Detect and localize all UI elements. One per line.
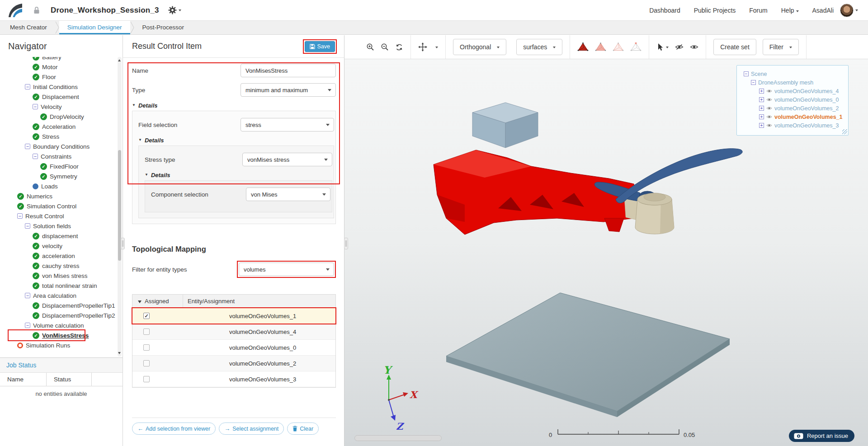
filter-dropdown[interactable]: Filter	[763, 39, 799, 55]
clear-button[interactable]: Clear	[287, 423, 319, 435]
tree-item-result-control[interactable]: −Result Control	[0, 211, 117, 221]
nav-link-forum[interactable]: Forum	[749, 7, 767, 14]
select-cursor-icon[interactable]	[656, 43, 663, 51]
nav-link-dashboard[interactable]: Dashboard	[649, 7, 680, 14]
scroll-down-icon[interactable]	[118, 352, 121, 356]
field-selection-select[interactable]: stress	[241, 118, 334, 131]
tab-mesh-creator[interactable]: Mesh Creator	[2, 21, 55, 34]
chevron-down-icon[interactable]	[855, 9, 858, 13]
battery-box[interactable]	[472, 103, 538, 148]
tree-item-velocity[interactable]: ✓velocity	[0, 241, 117, 251]
tree-item-battery[interactable]: ✓Battery	[0, 57, 117, 62]
stress-type-select[interactable]: vonMises stress	[242, 153, 332, 166]
details-toggle[interactable]: ▼ Details	[145, 172, 332, 178]
assigned-checkbox[interactable]: ✓	[143, 313, 150, 319]
user-menu[interactable]: AsadAli	[812, 7, 834, 14]
tree-item-displacement[interactable]: ✓displacement	[0, 231, 117, 241]
eye-icon[interactable]	[766, 98, 772, 102]
tree-item-numerics[interactable]: ✓Numerics	[0, 191, 117, 201]
eye-icon[interactable]	[766, 89, 772, 93]
save-button[interactable]: Save	[305, 41, 335, 52]
add-selection-from-viewer-button[interactable]: ←Add selection from viewer	[132, 423, 216, 435]
simscale-logo[interactable]	[7, 2, 24, 19]
assigned-checkbox[interactable]	[143, 376, 150, 382]
floor-plate[interactable]	[446, 293, 730, 417]
scene-volume-volumeongeovolumes-3[interactable]: +volumeOnGeoVolumes_3	[744, 121, 844, 130]
mesh-quality-light-icon[interactable]	[613, 42, 624, 52]
tree-item-initial-conditions[interactable]: −Initial Conditions	[0, 82, 117, 92]
collapse-icon[interactable]: −	[25, 84, 30, 89]
assigned-checkbox[interactable]	[143, 344, 150, 351]
collapse-icon[interactable]: −	[744, 71, 749, 76]
tree-item-displacement[interactable]: ✓Displacement	[0, 92, 117, 102]
tree-item-loads[interactable]: Loads	[0, 181, 117, 191]
navigator-resize-grip[interactable]	[121, 238, 125, 249]
tree-item-total-nonlinear-strain[interactable]: ✓total nonlinear strain	[0, 281, 117, 291]
tree-item-von-mises-stress[interactable]: ✓von Mises stress	[0, 271, 117, 281]
eye-icon[interactable]	[766, 115, 772, 119]
collapse-icon[interactable]: −	[25, 293, 30, 298]
tree-item-vonmisesstress[interactable]: ✓VonMisesStress	[0, 330, 117, 340]
pan-move-icon[interactable]	[418, 42, 427, 52]
tm-row-volumeongeovolumes-2[interactable]: volumeOnGeoVolumes_2	[132, 356, 335, 371]
tree-item-displacementpropellertip1[interactable]: ✓DisplacementPropellerTip1	[0, 300, 117, 310]
render-mode-dropdown[interactable]: surfaces	[516, 39, 562, 55]
assigned-column-header[interactable]: Assigned	[132, 295, 183, 308]
tree-item-acceleration[interactable]: ✓Acceleration	[0, 122, 117, 131]
tree-item-displacementpropellertip2[interactable]: ✓DisplacementPropellerTip2	[0, 310, 117, 320]
expand-icon[interactable]: +	[759, 114, 764, 119]
projection-dropdown[interactable]: Orthogonal	[453, 39, 506, 55]
chevron-down-icon[interactable]	[435, 47, 438, 50]
tree-item-stress[interactable]: ✓Stress	[0, 131, 117, 141]
panel-resize-grip[interactable]	[344, 238, 348, 249]
collapse-icon[interactable]: −	[25, 223, 30, 229]
mesh-quality-medium-icon[interactable]	[595, 42, 606, 52]
tree-item-simulation-control[interactable]: ✓Simulation Control	[0, 201, 117, 211]
tree-item-acceleration[interactable]: ✓acceleration	[0, 251, 117, 261]
scene-volume-volumeongeovolumes-1[interactable]: +volumeOnGeoVolumes_1	[744, 113, 844, 121]
motor-cylinder[interactable]	[635, 193, 674, 234]
chevron-down-icon[interactable]	[179, 9, 181, 13]
expand-icon[interactable]: +	[759, 97, 764, 102]
mesh-quality-solid-icon[interactable]	[577, 42, 589, 52]
collapse-icon[interactable]: −	[33, 104, 38, 109]
avatar[interactable]	[840, 4, 854, 17]
expand-icon[interactable]: +	[759, 89, 764, 94]
details-toggle[interactable]: ▼ Details	[132, 102, 336, 109]
type-select[interactable]: minimum and maximum	[241, 83, 336, 97]
tree-item-floor[interactable]: ✓Floor	[0, 72, 117, 82]
zoom-in-icon[interactable]	[366, 43, 374, 51]
hide-icon[interactable]	[675, 44, 684, 50]
tree-item-constraints[interactable]: −Constraints	[0, 151, 117, 161]
tm-row-volumeongeovolumes-0[interactable]: volumeOnGeoVolumes_0	[132, 340, 335, 356]
viewer-3d[interactable]: Orthogonal surfaces	[344, 35, 868, 446]
tree-item-cauchy-stress[interactable]: ✓cauchy stress	[0, 261, 117, 271]
mesh-quality-wireframe-icon[interactable]	[630, 42, 642, 52]
tree-item-motor[interactable]: ✓Motor	[0, 62, 117, 72]
scroll-up-icon[interactable]	[118, 58, 121, 61]
assigned-checkbox[interactable]	[143, 360, 150, 366]
select-assignment-button[interactable]: →Select assignment	[219, 423, 284, 435]
create-set-button[interactable]: Create set	[713, 39, 756, 55]
assigned-checkbox[interactable]	[143, 329, 150, 335]
scene-volume-volumeongeovolumes-2[interactable]: +volumeOnGeoVolumes_2	[744, 104, 844, 113]
component-selection-select[interactable]: von Mises	[246, 188, 330, 201]
filter-entity-types-select[interactable]: volumes	[239, 263, 334, 276]
expand-icon[interactable]: +	[759, 106, 764, 111]
tree-item-dropvelocity[interactable]: ✓DropVelocity	[0, 112, 117, 122]
tree-item-velocity[interactable]: −Velocity	[0, 102, 117, 112]
scene-mesh-row[interactable]: − DroneAssembly mesh	[744, 78, 844, 87]
resize-handle[interactable]	[842, 129, 847, 134]
tree-item-simulation-runs[interactable]: Simulation Runs	[0, 340, 117, 350]
expand-icon[interactable]: +	[759, 123, 764, 128]
chevron-down-icon[interactable]	[666, 47, 669, 50]
show-icon[interactable]	[690, 44, 698, 50]
nav-link-public-projects[interactable]: Public Projects	[694, 7, 736, 14]
scene-volume-volumeongeovolumes-0[interactable]: +volumeOnGeoVolumes_0	[744, 95, 844, 104]
zoom-out-icon[interactable]	[381, 43, 389, 51]
scene-root-row[interactable]: − Scene	[744, 70, 844, 78]
report-issue-button[interactable]: Report an issue	[789, 430, 854, 442]
details-toggle[interactable]: ▼ Details	[138, 137, 334, 144]
scene-volume-volumeongeovolumes-4[interactable]: +volumeOnGeoVolumes_4	[744, 87, 844, 95]
name-input[interactable]: VonMisesStress	[241, 64, 336, 77]
